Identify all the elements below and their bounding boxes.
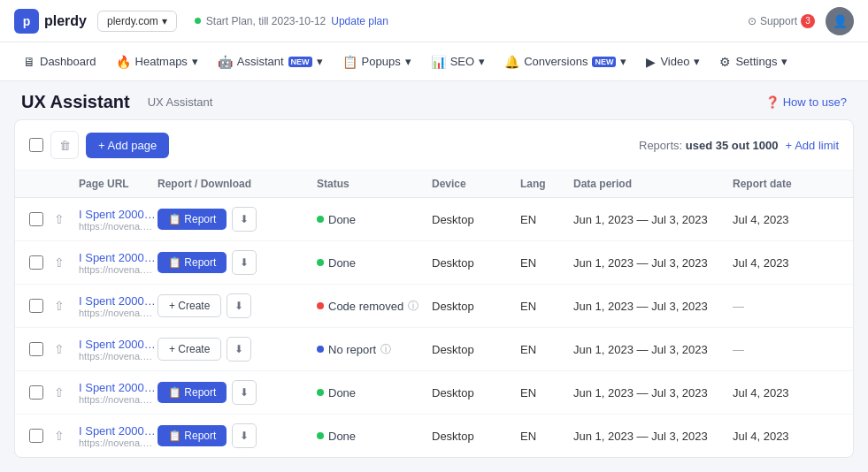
status-cell: Done	[317, 213, 432, 226]
period-cell: Jun 1, 2023 — Jul 3, 2023	[573, 256, 733, 270]
create-download-cell: + Create ⬇	[157, 293, 317, 318]
nav-item-dashboard[interactable]: 🖥 Dashboard	[14, 49, 105, 74]
th-page-url: Page URL	[79, 178, 157, 190]
how-to-use-label: How to use?	[783, 95, 847, 109]
nav-item-heatmaps[interactable]: 🔥 Heatmaps ▾	[107, 49, 207, 74]
lang-cell: EN	[520, 213, 573, 226]
share-icon[interactable]: ⇧	[54, 255, 79, 270]
add-limit-button[interactable]: + Add limit	[786, 139, 839, 152]
create-download-cell: + Create ⬇	[157, 337, 317, 362]
status-dot	[317, 346, 324, 353]
lang-cell: EN	[520, 386, 573, 400]
table-row: ⇧ I Spent 2000 Hours Learning How To Lea…	[15, 415, 853, 457]
row-checkbox[interactable]	[29, 212, 54, 226]
url-title[interactable]: I Spent 2000 Hours Learning How To Learn…	[79, 251, 157, 264]
device-cell: Desktop	[432, 300, 520, 313]
download-button[interactable]: ⬇	[232, 423, 257, 448]
nav: 🖥 Dashboard 🔥 Heatmaps ▾ 🤖 Assistant NEW…	[0, 42, 868, 81]
table-row: ⇧ I Spent 2000 Hours Learning How To Lea…	[15, 198, 853, 241]
nav-item-popups[interactable]: 📋 Popups ▾	[334, 49, 420, 74]
add-page-button[interactable]: + Add page	[86, 133, 169, 158]
info-icon[interactable]: ⓘ	[408, 299, 419, 314]
status-cell: No report ⓘ	[317, 342, 432, 357]
th-device: Device	[432, 178, 520, 190]
th-share	[54, 178, 79, 190]
nav-item-settings[interactable]: ⚙ Settings ▾	[711, 49, 796, 74]
download-button[interactable]: ⬇	[232, 207, 257, 232]
status-cell: Done	[317, 256, 432, 270]
support-button[interactable]: ⊙ Support 3	[748, 14, 815, 28]
device-cell: Desktop	[432, 213, 520, 226]
share-icon[interactable]: ⇧	[54, 299, 79, 313]
avatar[interactable]: 👤	[826, 7, 854, 35]
table-row: ⇧ I Spent 2000 Hours Learning How To Lea…	[15, 328, 853, 371]
video-icon: ▶	[646, 55, 656, 69]
info-icon[interactable]: ⓘ	[380, 342, 391, 357]
create-button[interactable]: + Create	[157, 338, 221, 361]
status-cell: Code removed ⓘ	[317, 299, 432, 314]
share-icon[interactable]: ⇧	[54, 385, 79, 400]
period-cell: Jun 1, 2023 — Jul 3, 2023	[573, 386, 733, 400]
reports-info: Reports: used 35 out 1000	[639, 139, 779, 152]
status-label: Done	[328, 430, 356, 443]
report-download-cell: 📋 Report ⬇	[157, 423, 317, 448]
domain-selector[interactable]: plerdy.com ▾	[97, 11, 177, 32]
report-date-cell: Jul 4, 2023	[733, 430, 839, 443]
row-checkbox[interactable]	[29, 255, 54, 270]
main-content: 🗑 + Add page Reports: used 35 out 1000 +…	[14, 119, 854, 458]
nav-item-video[interactable]: ▶ Video ▾	[637, 49, 709, 74]
url-sub: https://novena.pro/novosti/propal-rezhim…	[79, 264, 157, 275]
nav-item-seo[interactable]: 📊 SEO ▾	[422, 49, 494, 74]
share-icon[interactable]: ⇧	[54, 429, 79, 443]
row-checkbox[interactable]	[29, 385, 54, 400]
report-button[interactable]: 📋 Report	[157, 425, 227, 446]
report-download-cell: 📋 Report ⬇	[157, 207, 317, 232]
url-title[interactable]: I Spent 2000 Hours Learning How To Learn…	[79, 208, 157, 221]
device-cell: Desktop	[432, 430, 520, 443]
status-dot	[317, 216, 324, 223]
download-button[interactable]: ⬇	[232, 250, 257, 275]
url-title[interactable]: I Spent 2000 Hours Learning How To Learn…	[79, 338, 157, 351]
how-to-use-link[interactable]: ❓ How to use?	[765, 95, 847, 109]
report-date-cell: Jul 4, 2023	[733, 386, 839, 400]
row-checkbox[interactable]	[29, 299, 54, 313]
lang-cell: EN	[520, 343, 573, 356]
chevron-down-icon: ▾	[192, 55, 198, 68]
download-button[interactable]: ⬇	[227, 293, 251, 318]
url-sub: https://novena.pro/novosti/propal-rezhim…	[79, 394, 157, 405]
nav-item-conversions[interactable]: 🔔 Conversions NEW ▾	[495, 49, 635, 74]
download-button[interactable]: ⬇	[227, 337, 251, 362]
plus-icon: +	[786, 139, 793, 152]
seo-icon: 📊	[431, 55, 446, 69]
reports-used: used 35 out 1000	[686, 139, 779, 152]
status-label: Done	[328, 256, 356, 270]
report-button[interactable]: 📋 Report	[157, 209, 227, 230]
url-sub: https://novena.pro/novosti/propal-rezhim…	[79, 438, 157, 448]
trash-icon: 🗑	[59, 139, 71, 152]
create-button[interactable]: + Create	[157, 294, 221, 317]
url-title[interactable]: I Spent 2000 Hours Learning How To Learn…	[79, 294, 157, 308]
download-button[interactable]: ⬇	[232, 380, 257, 405]
url-title[interactable]: I Spent 2000 Hours Learning How To Learn…	[79, 381, 157, 394]
th-lang: Lang	[520, 178, 573, 190]
update-plan-link[interactable]: Update plan	[331, 15, 388, 27]
table-row: ⇧ I Spent 2000 Hours Learning How To Lea…	[15, 371, 853, 415]
share-icon[interactable]: ⇧	[54, 342, 79, 356]
device-cell: Desktop	[432, 256, 520, 270]
logo: p plerdy	[14, 9, 87, 34]
table-header: Page URL Report / Download Status Device…	[15, 171, 853, 198]
delete-button[interactable]: 🗑	[50, 131, 79, 159]
chevron-down-icon: ▾	[694, 55, 700, 68]
status-dot	[317, 259, 324, 266]
url-title[interactable]: I Spent 2000 Hours Learning How To Learn…	[79, 424, 157, 438]
report-button[interactable]: 📋 Report	[157, 382, 227, 403]
share-icon[interactable]: ⇧	[54, 212, 79, 226]
row-checkbox[interactable]	[29, 429, 54, 443]
assistant-icon: 🤖	[218, 55, 233, 69]
row-checkbox[interactable]	[29, 342, 54, 356]
select-all-checkbox[interactable]	[29, 138, 43, 152]
url-cell: I Spent 2000 Hours Learning How To Learn…	[79, 424, 157, 448]
nav-item-assistant[interactable]: 🤖 Assistant NEW ▾	[209, 49, 332, 74]
url-sub: https://novena.pro/novosti/propal-rezhim…	[79, 308, 157, 318]
report-button[interactable]: 📋 Report	[157, 252, 227, 273]
